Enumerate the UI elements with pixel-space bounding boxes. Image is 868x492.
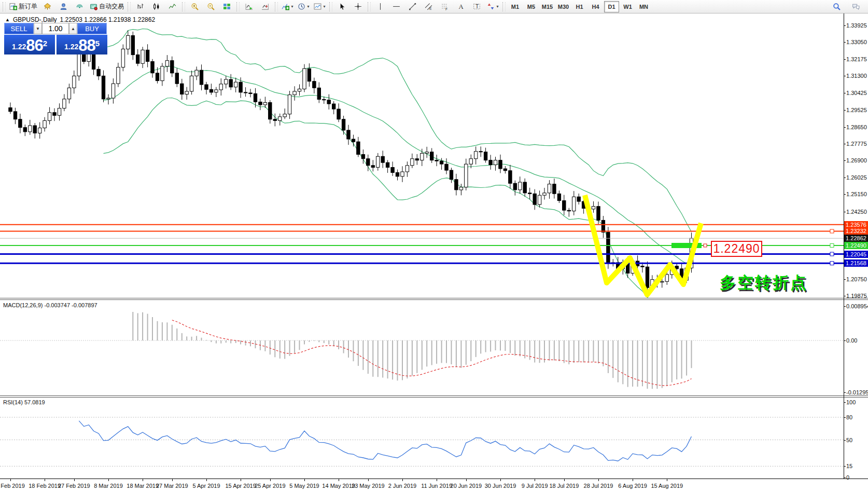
metaeditor-icon xyxy=(44,3,51,10)
date-tick: 14 May 2019 xyxy=(322,483,355,489)
candlestick-chart-button[interactable] xyxy=(148,1,164,13)
date-tick: 5 May 2019 xyxy=(289,483,319,489)
zoom-in-button[interactable] xyxy=(187,1,203,13)
search-button[interactable] xyxy=(829,1,845,13)
date-tick: 6 Aug 2019 xyxy=(618,483,647,489)
timeframe-d1-button[interactable]: D1 xyxy=(604,1,619,12)
equidistant-channel-icon: E xyxy=(425,3,432,10)
chevron-down-icon: ▾ xyxy=(307,5,309,9)
rsi-tick: 50 xyxy=(846,437,852,443)
macd-axis-top: 0.008954 xyxy=(846,303,868,309)
chevron-down-icon: ▾ xyxy=(291,5,293,9)
tile-windows-button[interactable] xyxy=(219,1,235,13)
trendline-button[interactable] xyxy=(404,1,421,13)
auto-scroll-button[interactable] xyxy=(241,1,257,13)
chat-button[interactable] xyxy=(848,1,864,13)
crosshair-button[interactable] xyxy=(350,1,366,13)
toolbar-grip xyxy=(368,2,371,11)
date-tick: 18 Feb 2019 xyxy=(29,483,61,489)
date-tick: 8 Feb 2019 xyxy=(0,483,25,489)
buy-price-big: 88 xyxy=(78,38,95,53)
date-tick-mark xyxy=(270,479,271,481)
svg-text:T: T xyxy=(475,4,479,9)
price-tick: 1.24250 xyxy=(846,209,867,215)
community-icon xyxy=(60,3,67,10)
date-tick-mark xyxy=(667,479,667,481)
timeframe-h4-button[interactable]: H4 xyxy=(588,1,603,12)
sell-price-prefix: 1.22 xyxy=(12,40,26,53)
buy-price-button[interactable]: 1.22885 xyxy=(57,35,107,54)
ohlc-values: 1.22503 1.22866 1.21938 1.22862 xyxy=(60,16,156,23)
price-tag-annotation[interactable]: 1.22490 xyxy=(711,241,762,257)
volume-increase-button[interactable]: ▲ xyxy=(69,23,77,34)
date-tick-mark xyxy=(368,479,369,481)
fibonacci-button[interactable]: F xyxy=(437,1,453,13)
volume-input[interactable]: 1.00 xyxy=(42,23,69,34)
date-tick-mark xyxy=(74,479,75,481)
text-label-button[interactable]: T xyxy=(469,1,485,13)
rsi-tick: 15 xyxy=(846,463,852,469)
chevron-down-icon: ▾ xyxy=(496,5,498,9)
buy-button[interactable]: BUY xyxy=(77,23,107,34)
macd-axis-bottom: -0.012957 xyxy=(846,389,868,395)
svg-text:F: F xyxy=(445,7,447,10)
sell-button[interactable]: SELL xyxy=(4,23,34,34)
collapse-ohlc-icon[interactable]: ▲ xyxy=(5,17,10,22)
rsi-canvas[interactable] xyxy=(0,398,844,479)
volume-decrease-button[interactable]: ▼ xyxy=(34,23,42,34)
price-tick: 1.29525 xyxy=(846,107,867,113)
macd-axis-zero: 0.00 xyxy=(846,337,857,344)
date-tick: 9 Jul 2019 xyxy=(522,483,548,489)
buy-price-prefix: 1.22 xyxy=(64,40,78,53)
new-order-button[interactable]: 新订单 xyxy=(7,1,39,13)
equidistant-channel-button[interactable]: E xyxy=(421,1,437,13)
date-tick-mark xyxy=(241,479,241,481)
zoom-out-button[interactable] xyxy=(203,1,219,13)
horizontal-line-button[interactable] xyxy=(388,1,404,13)
date-tick: 15 Aug 2019 xyxy=(651,483,683,489)
date-tick-mark xyxy=(143,479,143,481)
timeframe-m15-button[interactable]: M15 xyxy=(540,1,555,12)
indicators-button[interactable]: ▾ xyxy=(279,1,296,13)
date-tick-mark xyxy=(339,479,339,481)
price-tick: 1.25150 xyxy=(846,191,867,197)
date-tick-mark xyxy=(535,479,535,481)
arrows-button[interactable]: ▾ xyxy=(485,1,501,13)
timeframe-m1-button[interactable]: M1 xyxy=(508,1,523,12)
line-chart-button[interactable] xyxy=(164,1,180,13)
timeframe-w1-button[interactable]: W1 xyxy=(620,1,635,12)
periods-button[interactable]: ▾ xyxy=(296,1,312,13)
metaeditor-button[interactable] xyxy=(39,1,55,13)
toolbar: 新订单自动交易▾▾▾EFAT▾M1M5M15M30H1H4D1W1MN xyxy=(0,0,868,13)
toolbar-grip xyxy=(275,2,278,11)
text-button[interactable]: A xyxy=(453,1,469,13)
turning-point-text[interactable]: 多空转折点 xyxy=(720,272,808,294)
signal-button[interactable] xyxy=(72,1,88,13)
timeframe-m30-button[interactable]: M30 xyxy=(556,1,571,12)
price-tick: 1.19875 xyxy=(846,293,867,299)
timeframe-mn-button[interactable]: MN xyxy=(636,1,651,12)
indicators-icon xyxy=(282,3,289,10)
date-tick: 2 Jun 2019 xyxy=(388,483,416,489)
bar-chart-button[interactable] xyxy=(132,1,148,13)
price-tick: 1.33050 xyxy=(846,39,867,45)
date-tick: 27 Mar 2019 xyxy=(156,483,188,489)
templates-button[interactable]: ▾ xyxy=(312,1,328,13)
chart-title: ▲ GBPUSD-,Daily 1.22503 1.22866 1.21938 … xyxy=(5,16,155,23)
vertical-line-button[interactable] xyxy=(372,1,388,13)
sell-price-button[interactable]: 1.22862 xyxy=(4,35,55,54)
autotrading-button[interactable]: 自动交易 xyxy=(88,1,126,13)
timeframe-h1-button[interactable]: H1 xyxy=(572,1,587,12)
price-tick: 1.26900 xyxy=(846,157,867,163)
timeframe-m5-button[interactable]: M5 xyxy=(524,1,539,12)
price-line-label: 1.22045 xyxy=(844,251,868,258)
candlestick-chart-icon xyxy=(152,3,160,10)
rsi-tick: 100 xyxy=(846,399,856,405)
price-tick: 1.30425 xyxy=(846,90,867,96)
cursor-button[interactable] xyxy=(334,1,350,13)
macd-canvas[interactable] xyxy=(0,300,844,395)
svg-text:A: A xyxy=(458,3,464,10)
autotrading-label: 自动交易 xyxy=(99,2,124,11)
chart-shift-button[interactable] xyxy=(257,1,273,13)
community-button[interactable] xyxy=(55,1,72,13)
